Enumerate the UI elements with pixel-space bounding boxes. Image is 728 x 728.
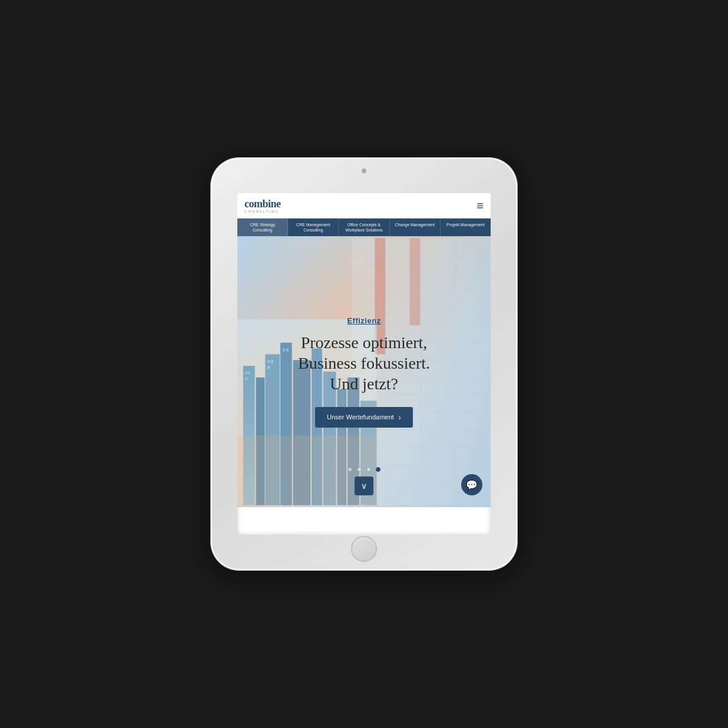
hero-content: Effizienz Prozesse optimiert, Business f…	[237, 236, 491, 507]
chevron-down-icon: ∨	[361, 481, 367, 491]
logo-subtext: CONSULTING	[244, 210, 279, 213]
nav-menu: CRE Strategy Consulting CRE Management C…	[237, 219, 491, 236]
logo-area: combine CONSULTING	[244, 198, 281, 213]
nav-item-projekt-management[interactable]: Projekt Management	[441, 219, 491, 236]
chat-button[interactable]: 💬	[461, 474, 482, 495]
dot-4[interactable]	[376, 467, 380, 472]
navbar: combine CONSULTING ≡	[237, 193, 491, 219]
hero-headline: Prozesse optimiert, Business fokussiert.…	[298, 332, 430, 394]
slider-dots	[348, 467, 380, 472]
hero-label: Effizienz	[347, 316, 380, 325]
dot-1[interactable]	[348, 467, 352, 472]
nav-item-cre-strategy[interactable]: CRE Strategy Consulting	[237, 219, 288, 236]
home-button[interactable]	[351, 536, 377, 562]
logo-text[interactable]: combine	[244, 198, 281, 210]
camera-dot	[362, 168, 366, 173]
cta-arrow-icon: ›	[399, 413, 401, 422]
cta-button[interactable]: Unser Wertefundament ›	[315, 407, 413, 428]
nav-item-change-management[interactable]: Change Management	[390, 219, 441, 236]
dot-2[interactable]	[357, 467, 362, 472]
tablet-device: combine CONSULTING ≡ CRE Strategy Consul…	[211, 158, 517, 570]
nav-item-cre-management[interactable]: CRE Management Consulting	[288, 219, 339, 236]
scroll-down-button[interactable]: ∨	[355, 476, 373, 495]
tablet-screen: combine CONSULTING ≡ CRE Strategy Consul…	[237, 193, 491, 535]
hero-section: Effizienz Prozesse optimiert, Business f…	[237, 236, 491, 507]
chat-icon: 💬	[466, 479, 478, 491]
cta-label: Unser Wertefundament	[327, 413, 394, 421]
nav-item-office-concepts[interactable]: Office Concepts & Workplace Solutions	[339, 219, 389, 236]
dot-3[interactable]	[366, 467, 371, 472]
hamburger-icon[interactable]: ≡	[476, 199, 484, 213]
